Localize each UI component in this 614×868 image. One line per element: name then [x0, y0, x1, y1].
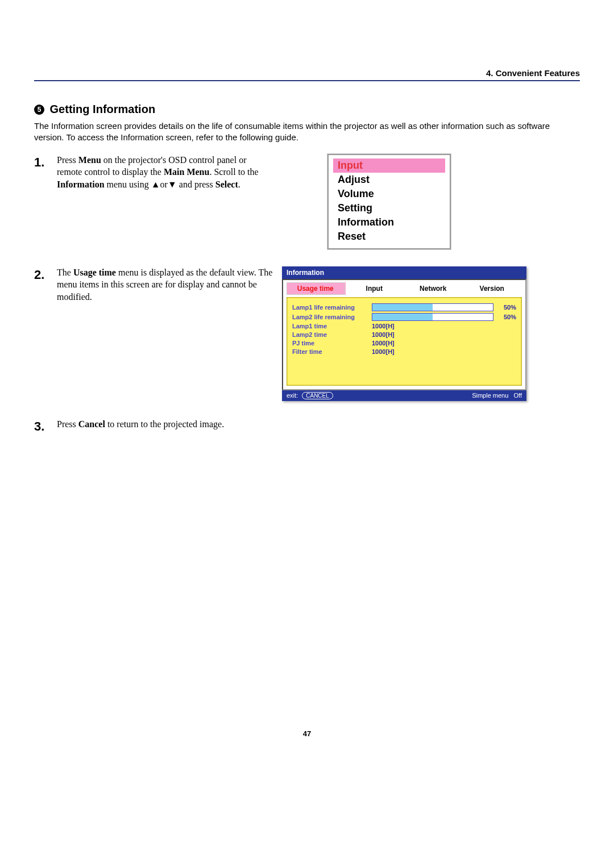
main-menu-item-adjust: Adjust	[333, 173, 445, 187]
step-2: 2. The Usage time menu is displayed as t…	[34, 266, 580, 401]
step-text: Press Cancel to return to the projected …	[57, 418, 282, 434]
step-1: 1. Press Menu on the projector's OSD con…	[34, 154, 580, 249]
main-menu-item-input: Input	[333, 158, 445, 173]
main-menu-item-information: Information	[333, 215, 445, 229]
section-title-text: Getting Information	[50, 103, 156, 115]
info-panel-title: Information	[282, 266, 526, 279]
section-title: 5 Getting Information	[34, 103, 580, 116]
progress-bar	[372, 313, 493, 321]
exit-label: exit:	[287, 392, 298, 399]
step-number: 2.	[34, 266, 57, 401]
information-panel-figure: Information Usage time Input Network Ver…	[282, 266, 526, 401]
page-header: 4. Convenient Features	[34, 68, 580, 81]
row-filter-time: Filter time 1000[H]	[292, 348, 516, 355]
row-lamp1-life: Lamp1 life remaining 50%	[292, 303, 516, 311]
mode-label: Simple menu	[472, 392, 508, 399]
main-menu-item-reset: Reset	[333, 229, 445, 244]
row-pj-time: PJ time 1000[H]	[292, 340, 516, 347]
section-number-icon: 5	[34, 105, 44, 115]
progress-bar	[372, 303, 493, 311]
main-menu-item-volume: Volume	[333, 187, 445, 201]
step-3: 3. Press Cancel to return to the project…	[34, 418, 580, 434]
mode-value: Off	[514, 392, 522, 399]
info-tabs: Usage time Input Network Version	[283, 280, 525, 295]
main-menu-figure: Input Adjust Volume Setting Information …	[327, 154, 451, 249]
tab-version: Version	[463, 282, 522, 295]
main-menu-item-setting: Setting	[333, 201, 445, 215]
row-lamp2-time: Lamp2 time 1000[H]	[292, 331, 516, 338]
row-lamp1-time: Lamp1 time 1000[H]	[292, 323, 516, 329]
step-number: 3.	[34, 418, 57, 434]
info-footer: exit: CANCEL Simple menu Off	[282, 390, 526, 401]
step-number: 1.	[34, 154, 57, 249]
tab-input: Input	[346, 282, 405, 295]
step-text: Press Menu on the projector's OSD contro…	[57, 154, 282, 249]
tab-usage-time: Usage time	[287, 282, 346, 295]
tab-network: Network	[404, 282, 463, 295]
intro-text: The Information screen provides details …	[34, 120, 580, 144]
step-text: The Usage time menu is displayed as the …	[57, 266, 282, 401]
info-content: Lamp1 life remaining 50% Lamp2 life rema…	[287, 297, 522, 386]
row-lamp2-life: Lamp2 life remaining 50%	[292, 313, 516, 321]
cancel-pill-icon: CANCEL	[302, 392, 333, 399]
page-number: 47	[34, 729, 580, 738]
